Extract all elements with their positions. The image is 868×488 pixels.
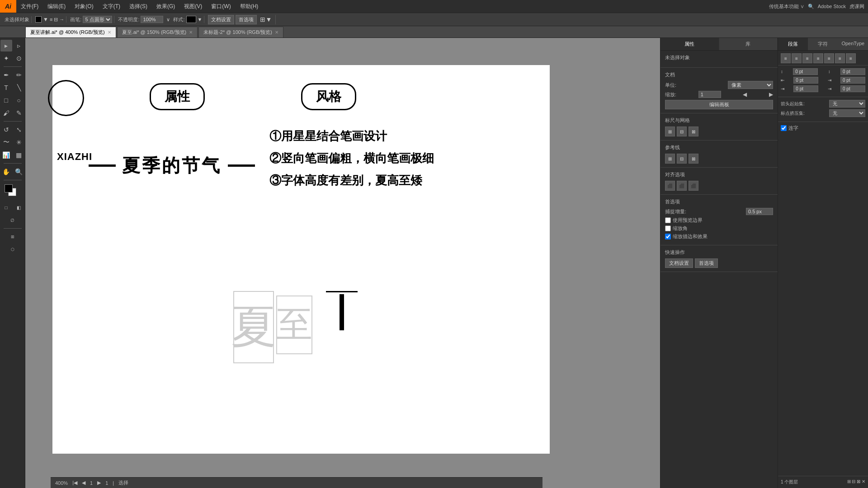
menu-file[interactable]: 文件(F) xyxy=(16,0,43,13)
scale-left-arrow[interactable]: ◀ xyxy=(743,91,747,98)
style-swatch[interactable] xyxy=(186,16,196,23)
scale-row: 缩放: ◀ ▶ xyxy=(665,91,773,98)
lasso-tool[interactable]: ⊙ xyxy=(13,52,25,64)
scale-right-arrow[interactable]: ▶ xyxy=(769,91,773,98)
justify-all-icon[interactable]: ≡ xyxy=(835,53,845,63)
pencil-tool[interactable]: ✎ xyxy=(13,107,25,119)
quick-doc-setup-button[interactable]: 文档设置 xyxy=(665,258,693,268)
justify-last-icon[interactable]: ≡ xyxy=(824,53,834,63)
tab-2[interactable]: 未标题-2* @ 100% (RGB/预览) ✕ xyxy=(198,27,283,38)
menu-help[interactable]: 帮助(H) xyxy=(236,0,263,13)
scale-corners-checkbox[interactable] xyxy=(665,225,671,231)
panel-tab-libraries[interactable]: 库 xyxy=(719,38,778,50)
search-icon[interactable]: 🔍 xyxy=(808,4,814,9)
add-anchor-tool[interactable]: ✏ xyxy=(13,69,25,81)
ellipse-tool[interactable]: ○ xyxy=(13,94,25,106)
panel-tab-opentype[interactable]: OpenType xyxy=(838,38,868,50)
align-right-p-icon[interactable]: ≡ xyxy=(802,53,812,63)
menu-window[interactable]: 窗口(W) xyxy=(207,0,235,13)
align-right-edge-icon[interactable]: ⬛ xyxy=(689,181,698,191)
canvas-area[interactable]: 属性 风格 XIAZHI 夏季的节气 xyxy=(25,38,660,488)
scale-input[interactable] xyxy=(698,91,721,98)
tab-1[interactable]: 夏至.ai* @ 150% (RGB/预览) ✕ xyxy=(117,27,198,38)
scale-effects-checkbox[interactable] xyxy=(665,234,671,239)
quick-preferences-button[interactable]: 首选项 xyxy=(695,258,718,268)
menu-object[interactable]: 对象(O) xyxy=(70,0,98,13)
char-zhi-sketch: 至 xyxy=(276,296,312,354)
justify-end-icon[interactable]: ≡ xyxy=(846,53,856,63)
edit-artboard-button[interactable]: 编辑画板 xyxy=(665,100,773,109)
justify-icon[interactable]: ≡ xyxy=(813,53,823,63)
pen-tool[interactable]: ✒ xyxy=(0,69,12,81)
text-tool[interactable]: T xyxy=(0,82,12,94)
align-left-icon[interactable]: ≡ xyxy=(781,53,791,63)
space-after-input[interactable] xyxy=(840,68,865,75)
guides-icon[interactable]: ⊠ xyxy=(689,127,698,136)
align-center-icon[interactable]: ⬛ xyxy=(677,181,687,191)
magic-wand-tool[interactable]: ✦ xyxy=(0,52,12,64)
panel-tab-character[interactable]: 字符 xyxy=(808,38,838,50)
guide-icon-3[interactable]: ⊠ xyxy=(689,154,698,164)
scale-label: 缩放: xyxy=(665,91,676,98)
foreground-color-swatch[interactable] xyxy=(5,184,13,192)
direct-selection-tool[interactable]: ▹ xyxy=(13,40,25,52)
panel-tab-paragraph[interactable]: 段落 xyxy=(778,38,808,50)
indent-left-input[interactable] xyxy=(793,77,818,84)
document-tabs: 夏至讲解.ai* @ 400% (RGB/预览) ✕ 夏至.ai* @ 150%… xyxy=(0,26,868,38)
doc-setup-button[interactable]: 文档设置 xyxy=(208,15,234,24)
column-graph-tool[interactable]: 📊 xyxy=(0,149,12,161)
zoom-tool[interactable]: 🔍 xyxy=(13,166,25,178)
menu-view[interactable]: 视图(V) xyxy=(179,0,207,13)
first-indent-input[interactable] xyxy=(793,85,818,92)
artboard-prev-icon[interactable]: ◀ xyxy=(82,480,85,486)
edit-artboard-row: 编辑画板 xyxy=(665,100,773,109)
hand-tool[interactable]: ✋ xyxy=(0,166,12,178)
tab-0[interactable]: 夏至讲解.ai* @ 400% (RGB/预览) ✕ xyxy=(25,27,116,38)
style-label: 样式: xyxy=(173,16,184,23)
arrow-start-select[interactable]: 无 xyxy=(829,100,865,108)
brush-select[interactable]: 5 点圆形 xyxy=(83,16,112,23)
last-indent-input[interactable] xyxy=(840,85,865,92)
unit-select[interactable]: 像素 xyxy=(728,81,773,89)
opacity-input[interactable] xyxy=(141,16,163,23)
guide-icon-2[interactable]: ⊟ xyxy=(677,154,687,164)
menu-text[interactable]: 文字(T) xyxy=(98,0,125,13)
indent-right-input[interactable] xyxy=(840,77,865,84)
artboard-next-icon[interactable]: ▶ xyxy=(97,480,101,486)
snap-tolerance-input[interactable] xyxy=(746,208,773,215)
arrow-end-select[interactable]: 无 xyxy=(829,109,865,117)
space-before-input[interactable] xyxy=(793,68,818,75)
warp-tool[interactable]: 〜 xyxy=(0,136,12,148)
panel-tab-attributes[interactable]: 属性 xyxy=(660,38,719,50)
menu-select[interactable]: 选择(S) xyxy=(125,0,152,13)
gradient-icon[interactable]: ◧ xyxy=(13,202,25,213)
use-preview-checkbox[interactable] xyxy=(665,217,671,223)
menu-effect[interactable]: 效果(G) xyxy=(152,0,179,13)
tab-1-close[interactable]: ✕ xyxy=(189,30,193,35)
rulers-grid-section: 标尺与网格 ⊞ ⊟ ⊠ xyxy=(660,113,778,141)
grid-icon[interactable]: ⊟ xyxy=(677,127,687,136)
paintbrush-tool[interactable]: 🖌 xyxy=(0,107,12,119)
stroke-color-swatch[interactable] xyxy=(35,16,42,23)
rotate-tool[interactable]: ↺ xyxy=(0,124,12,136)
bar-chart[interactable]: ▦ xyxy=(13,149,25,161)
rulers-icon[interactable]: ⊞ xyxy=(665,127,675,136)
align-left-edge-icon[interactable]: ⬛ xyxy=(665,181,675,191)
align-center-p-icon[interactable]: ≡ xyxy=(792,53,802,63)
selection-tool[interactable]: ▸ xyxy=(0,40,12,52)
pattern-icon[interactable]: ⬡ xyxy=(7,244,19,255)
arrange-icon[interactable]: ⊞▼ xyxy=(258,16,274,23)
normal-mode-icon[interactable]: □ xyxy=(0,202,12,213)
artboard-nav-icon[interactable]: ⊞ xyxy=(7,231,19,243)
tab-0-close[interactable]: ✕ xyxy=(108,30,111,35)
ligature-checkbox[interactable] xyxy=(781,125,787,131)
rectangle-tool[interactable]: □ xyxy=(0,94,12,106)
scale-tool[interactable]: ⤡ xyxy=(13,124,25,136)
preferences-button[interactable]: 首选项 xyxy=(236,15,257,24)
symbol-tool[interactable]: ✳ xyxy=(13,136,25,148)
menu-edit[interactable]: 编辑(E) xyxy=(43,0,70,13)
line-tool[interactable]: ╲ xyxy=(13,82,25,94)
guide-icon-1[interactable]: ⊞ xyxy=(665,154,675,164)
tab-2-close[interactable]: ✕ xyxy=(275,30,278,35)
none-icon[interactable]: ∅ xyxy=(7,214,19,226)
